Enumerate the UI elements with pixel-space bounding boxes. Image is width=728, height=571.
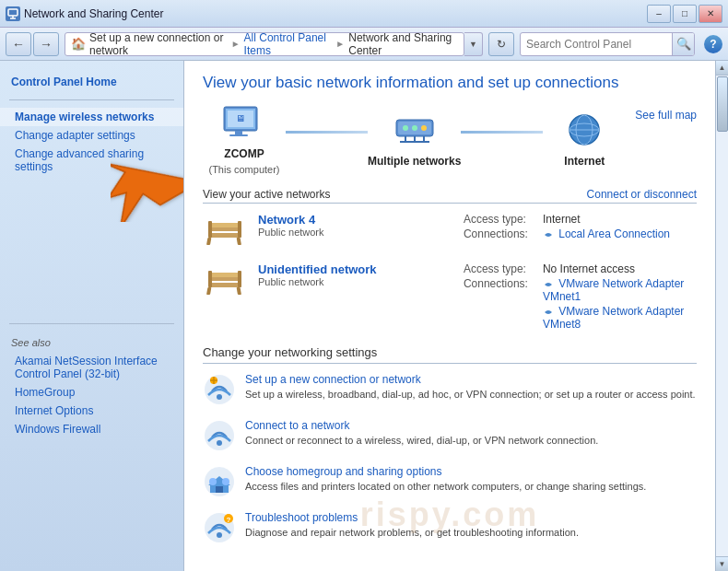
title-bar: Network and Sharing Center – □ ✕ — [0, 0, 728, 28]
sidebar-see-also-label: See also — [0, 332, 183, 352]
detail-row-conn-1: Connections: Local Area Connection — [464, 227, 697, 240]
address-bar: ← → 🏠 Set up a new connection or network… — [0, 28, 728, 61]
change-icon-0 — [203, 373, 236, 406]
change-link-2[interactable]: Choose homegroup and sharing options — [245, 465, 646, 478]
network-name-2[interactable]: Unidentified network — [258, 262, 452, 276]
nav-buttons: ← → — [6, 32, 59, 56]
net-label-internet: Internet — [564, 155, 605, 168]
network-name-1[interactable]: Network 4 — [258, 213, 452, 227]
svg-point-13 — [412, 125, 417, 131]
search-button[interactable]: 🔍 — [672, 33, 694, 55]
sidebar-link-internet-options[interactable]: Internet Options — [0, 402, 183, 420]
network-diagram: 🖥 ZCOMP (This computer) — [203, 105, 697, 175]
breadcrumb-dropdown-arrow[interactable]: ▼ — [464, 32, 483, 56]
breadcrumb-current: Network and Sharing Center — [348, 31, 458, 57]
svg-rect-29 — [238, 221, 241, 238]
content-area: rispy.com View your basic network inform… — [184, 61, 715, 571]
change-desc-3: Diagnose and repair network problems, or… — [245, 527, 579, 538]
conn-link-2-0[interactable]: VMware Network Adapter VMnet1 — [543, 277, 697, 303]
change-desc-0: Set up a wireless, broadband, dial-up, a… — [245, 389, 696, 400]
app-icon — [6, 6, 20, 21]
conn-label-1: Connections: — [464, 227, 537, 240]
access-value-2: No Internet access — [543, 262, 635, 275]
title-bar-controls: – □ ✕ — [647, 5, 722, 23]
breadcrumb-control-panel[interactable]: Set up a new connection or network — [89, 31, 228, 57]
minimize-button[interactable]: – — [647, 5, 671, 23]
conn-label-2: Connections: — [464, 277, 537, 331]
svg-rect-7 — [229, 134, 248, 136]
svg-rect-33 — [206, 287, 211, 295]
breadcrumb-all-items[interactable]: All Control Panel Items — [244, 31, 333, 57]
svg-rect-27 — [237, 238, 241, 245]
svg-rect-35 — [208, 271, 212, 287]
page-title: View your basic network information and … — [203, 74, 697, 92]
change-item-1: Connect to a network Connect or reconnec… — [203, 419, 697, 452]
network-bench-icon-2 — [203, 262, 247, 299]
sidebar-link-wireless[interactable]: Manage wireless networks — [0, 108, 183, 126]
sidebar-link-adapter[interactable]: Change adapter settings — [0, 126, 183, 145]
change-desc-2: Access files and printers located on oth… — [245, 481, 646, 492]
network-details-2: Access type: No Internet access Connecti… — [464, 262, 697, 332]
change-link-1[interactable]: Connect to a network — [245, 419, 598, 432]
forward-button[interactable]: → — [33, 32, 59, 56]
svg-point-38 — [217, 394, 222, 400]
sidebar-link-akamai[interactable]: Akamai NetSession Interface Control Pane… — [0, 352, 183, 383]
network-type-2: Public network — [258, 276, 452, 287]
svg-point-43 — [217, 440, 222, 446]
breadcrumb-icon: 🏠 — [71, 37, 86, 51]
net-label-zcomp: ZCOMP — [224, 147, 264, 160]
svg-text:🖥: 🖥 — [236, 113, 245, 123]
network-details-1: Access type: Internet Connections: Local… — [464, 213, 697, 250]
svg-rect-34 — [237, 287, 241, 295]
change-link-0[interactable]: Set up a new connection or network — [245, 373, 696, 386]
networks-icon — [391, 112, 439, 151]
breadcrumb-sep-1: ► — [231, 39, 241, 49]
svg-point-47 — [222, 478, 229, 485]
sidebar-link-firewall[interactable]: Windows Firewall — [0, 420, 183, 438]
sidebar-link-advanced[interactable]: Change advanced sharing settings — [0, 145, 183, 176]
conn-link-2-1[interactable]: VMware Network Adapter VMnet8 — [543, 305, 697, 331]
breadcrumb-sep-2: ► — [335, 39, 345, 49]
net-line-2 — [461, 131, 543, 134]
detail-row-conn-2: Connections: VMware Network Adapter VMne… — [464, 277, 697, 331]
refresh-button[interactable]: ↻ — [488, 32, 514, 56]
window-title: Network and Sharing Center — [24, 7, 163, 20]
conn-link-1-0[interactable]: Local Area Connection — [543, 227, 670, 240]
active-networks-header: View your active networks Connect or dis… — [203, 188, 697, 204]
svg-rect-24 — [208, 233, 241, 238]
change-link-3[interactable]: Troubleshoot problems — [245, 511, 579, 524]
net-sublabel-zcomp: (This computer) — [208, 164, 279, 175]
maximize-button[interactable]: □ — [673, 5, 697, 23]
detail-row-access-1: Access type: Internet — [464, 213, 697, 226]
help-button[interactable]: ? — [704, 35, 722, 53]
access-label-2: Access type: — [464, 262, 537, 275]
network-info-2: Unidentified network Public network — [258, 262, 452, 332]
search-input[interactable] — [521, 38, 672, 51]
scrollbar[interactable]: ▲ ▼ — [715, 61, 728, 571]
scroll-thumb[interactable] — [717, 76, 728, 132]
svg-point-46 — [209, 478, 217, 485]
connect-disconnect-link[interactable]: Connect or disconnect — [587, 188, 697, 201]
svg-rect-26 — [206, 238, 211, 245]
change-icon-2 — [203, 465, 236, 498]
change-text-3: Troubleshoot problems Diagnose and repai… — [245, 511, 579, 539]
svg-text:?: ? — [227, 516, 231, 524]
svg-rect-28 — [208, 221, 212, 238]
scroll-track — [716, 76, 729, 556]
change-text-2: Choose homegroup and sharing options Acc… — [245, 465, 646, 493]
close-button[interactable]: ✕ — [699, 5, 722, 23]
see-full-map-link[interactable]: See full map — [626, 105, 697, 122]
change-desc-1: Connect or reconnect to a wireless, wire… — [245, 435, 598, 446]
change-settings-section: Change your networking settings Set — [203, 345, 697, 544]
sidebar-link-homegroup[interactable]: HomeGroup — [0, 383, 183, 402]
main-layout: Control Panel Home Manage wireless netwo… — [0, 61, 728, 571]
svg-rect-45 — [216, 486, 223, 493]
back-button[interactable]: ← — [6, 32, 31, 56]
scroll-up-button[interactable]: ▲ — [716, 61, 729, 76]
sidebar-home-link[interactable]: Control Panel Home — [0, 70, 183, 92]
change-icon-1 — [203, 419, 236, 452]
scroll-down-button[interactable]: ▼ — [716, 556, 729, 571]
svg-rect-36 — [238, 271, 241, 287]
detail-row-access-2: Access type: No Internet access — [464, 262, 697, 275]
svg-point-14 — [421, 125, 427, 131]
